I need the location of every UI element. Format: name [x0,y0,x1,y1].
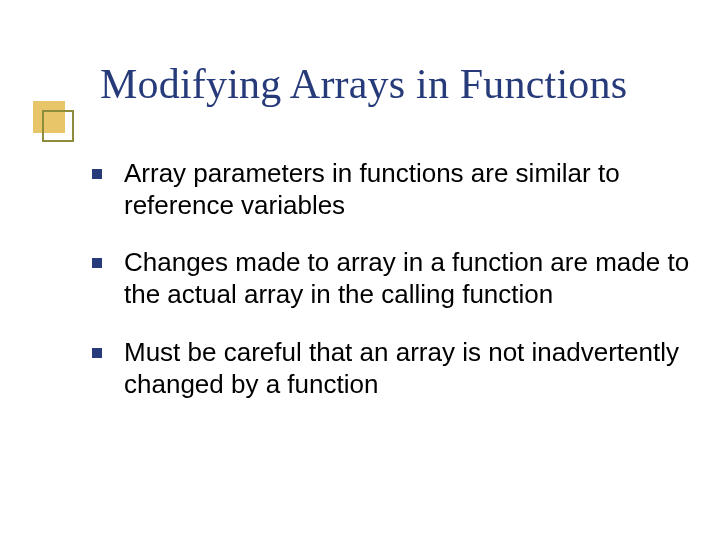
slide-title: Modifying Arrays in Functions [100,60,627,108]
list-item: Changes made to array in a function are … [92,247,690,310]
slide: Modifying Arrays in Functions Array para… [0,0,720,540]
bullet-text: Array parameters in functions are simila… [124,158,620,220]
bullet-text: Changes made to array in a function are … [124,247,689,309]
body-block: Array parameters in functions are simila… [92,158,690,400]
list-item: Must be careful that an array is not ina… [92,337,690,400]
bullet-square-icon [92,258,102,268]
title-decoration [33,114,86,167]
list-item: Array parameters in functions are simila… [92,158,690,221]
bullet-text: Must be careful that an array is not ina… [124,337,679,399]
square-front-icon [42,110,74,142]
bullet-square-icon [92,348,102,358]
bullet-square-icon [92,169,102,179]
